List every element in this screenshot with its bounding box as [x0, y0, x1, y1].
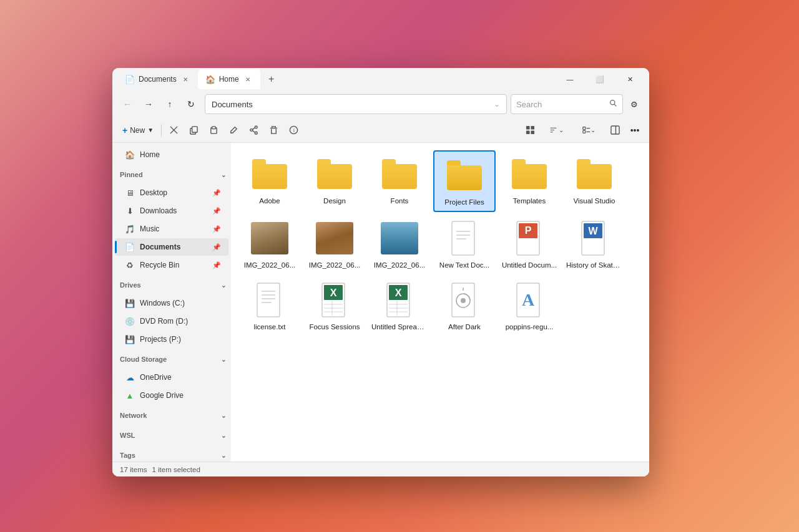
file-label-adobe: Adobe: [259, 196, 280, 206]
close-button[interactable]: ✕: [615, 69, 644, 89]
section-cloud[interactable]: Cloud Storage ⌄: [112, 351, 231, 368]
file-item-design[interactable]: Design: [303, 150, 366, 212]
wsl-label: WSL: [120, 432, 135, 439]
font-icon: A: [511, 281, 548, 319]
folder-icon-fonts: [381, 155, 418, 193]
tab-documents-close[interactable]: ✕: [180, 74, 190, 84]
items-count: 17 items: [120, 466, 147, 473]
svg-point-0: [610, 100, 615, 105]
svg-rect-17: [531, 130, 534, 134]
svg-rect-11: [270, 128, 277, 128]
address-bar[interactable]: Documents ⌄: [205, 94, 507, 114]
tab-documents[interactable]: 📄 Documents ✕: [117, 69, 198, 89]
address-dropdown-icon[interactable]: ⌄: [494, 100, 500, 109]
up-button[interactable]: ↑: [160, 94, 180, 114]
network-label: Network: [120, 412, 147, 419]
back-button[interactable]: ←: [117, 94, 137, 114]
sidebar-item-music[interactable]: 🎵 Music 📌: [115, 220, 228, 238]
tab-home[interactable]: 🏠 Home ✕: [198, 69, 260, 89]
file-label-img3: IMG_2022_06...: [374, 261, 425, 270]
file-item-new-text[interactable]: New Text Doc...: [433, 215, 496, 274]
refresh-button[interactable]: ↻: [181, 94, 201, 114]
file-label-design: Design: [323, 196, 346, 206]
forward-button[interactable]: →: [139, 94, 159, 114]
svg-text:X: X: [395, 288, 402, 298]
file-item-untitled-doc[interactable]: P Untitled Docum...: [498, 215, 561, 274]
sidebar-item-onedrive[interactable]: ☁ OneDrive: [115, 369, 228, 386]
tab-home-close[interactable]: ✕: [243, 74, 253, 84]
section-tags[interactable]: Tags ⌄: [112, 447, 231, 462]
file-item-after-dark[interactable]: After Dark: [433, 276, 496, 336]
file-item-img3[interactable]: IMG_2022_06...: [368, 215, 431, 274]
sort-button[interactable]: ⌄: [541, 121, 572, 140]
section-drives[interactable]: Drives ⌄: [112, 276, 231, 294]
sidebar-item-home[interactable]: 🏠 Home: [115, 146, 228, 163]
sidebar-item-desktop[interactable]: 🖥 Desktop 📌: [115, 184, 228, 201]
file-item-poppins[interactable]: A poppins-regu...: [498, 276, 561, 336]
address-text: Documents: [212, 100, 253, 109]
file-item-license[interactable]: license.txt: [238, 276, 301, 336]
search-icon: [609, 99, 617, 109]
new-dropdown-icon: ▼: [147, 127, 154, 133]
svg-rect-21: [582, 127, 585, 130]
downloads-icon: ⬇: [125, 206, 135, 216]
content-area: 🏠 Home Pinned ⌄ 🖥 Desktop 📌 ⬇ Downloads …: [112, 143, 649, 462]
svg-line-10: [252, 130, 255, 132]
file-item-history[interactable]: W History of Skate...: [563, 215, 625, 274]
file-label-after-dark: After Dark: [448, 322, 481, 332]
maximize-button[interactable]: ⬜: [586, 69, 614, 89]
info-button[interactable]: i: [284, 121, 303, 140]
pinned-label: Pinned: [120, 171, 143, 178]
svg-line-9: [252, 128, 255, 130]
view-button[interactable]: [521, 121, 539, 140]
file-item-img2[interactable]: IMG_2022_06...: [303, 215, 366, 274]
group-button[interactable]: ⌄: [573, 121, 604, 140]
file-item-fonts[interactable]: Fonts: [368, 150, 431, 212]
rename-button[interactable]: [224, 121, 243, 140]
section-pinned[interactable]: Pinned ⌄: [112, 166, 231, 183]
sidebar-item-documents[interactable]: 📄 Documents 📌: [115, 238, 228, 256]
file-item-adobe[interactable]: Adobe: [238, 150, 301, 212]
section-wsl[interactable]: WSL ⌄: [112, 427, 231, 444]
copy-button[interactable]: [184, 121, 203, 140]
settings-button[interactable]: ⚙: [624, 94, 644, 114]
svg-point-8: [250, 129, 252, 132]
sidebar-item-googledrive[interactable]: ▲ Google Drive: [115, 387, 228, 404]
share-button[interactable]: [244, 121, 263, 140]
file-item-untitled-spreads[interactable]: X Untitled Spreads...: [368, 276, 431, 336]
paste-button[interactable]: [204, 121, 223, 140]
sidebar-item-recycle[interactable]: ♻ Recycle Bin 📌: [115, 256, 228, 274]
more-button[interactable]: •••: [625, 121, 644, 140]
image-icon-img2: [316, 220, 353, 257]
minimize-button[interactable]: —: [556, 69, 584, 89]
svg-text:A: A: [522, 290, 535, 309]
file-item-focus-sessions[interactable]: X Focus Sessions: [303, 276, 366, 336]
section-network[interactable]: Network ⌄: [112, 407, 231, 424]
sidebar-item-downloads[interactable]: ⬇ Downloads 📌: [115, 202, 228, 220]
new-button[interactable]: + New ▼: [117, 121, 159, 140]
svg-text:X: X: [330, 288, 337, 298]
sidebar-item-dvd-d[interactable]: 💿 DVD Rom (D:): [115, 312, 228, 330]
file-item-project-files[interactable]: Project Files: [433, 150, 496, 212]
svg-text:P: P: [525, 225, 532, 236]
search-placeholder: Search: [516, 100, 542, 109]
new-tab-button[interactable]: +: [263, 70, 280, 88]
details-pane-button[interactable]: [605, 121, 624, 140]
pinned-chevron: ⌄: [221, 172, 226, 178]
xlsx-icon-untitled: X: [381, 281, 418, 319]
file-item-visual-studio[interactable]: Visual Studio: [563, 150, 625, 212]
file-item-img1[interactable]: IMG_2022_06...: [238, 215, 301, 274]
group-chevron: ⌄: [591, 127, 596, 133]
dvd-icon: 💿: [125, 317, 135, 326]
cut-button[interactable]: [164, 121, 183, 140]
onedrive-icon: ☁: [125, 373, 135, 382]
cloud-label: Cloud Storage: [120, 355, 167, 363]
sidebar-item-projects-p[interactable]: 💾 Projects (P:): [115, 331, 228, 348]
search-bar[interactable]: Search: [511, 94, 623, 114]
sidebar-home-label: Home: [140, 150, 160, 159]
file-item-templates[interactable]: Templates: [498, 150, 561, 212]
tab-documents-icon: 📄: [125, 75, 135, 84]
delete-button[interactable]: [264, 121, 283, 140]
new-icon: +: [122, 125, 127, 135]
sidebar-item-windows-c[interactable]: 💾 Windows (C:): [115, 294, 228, 312]
